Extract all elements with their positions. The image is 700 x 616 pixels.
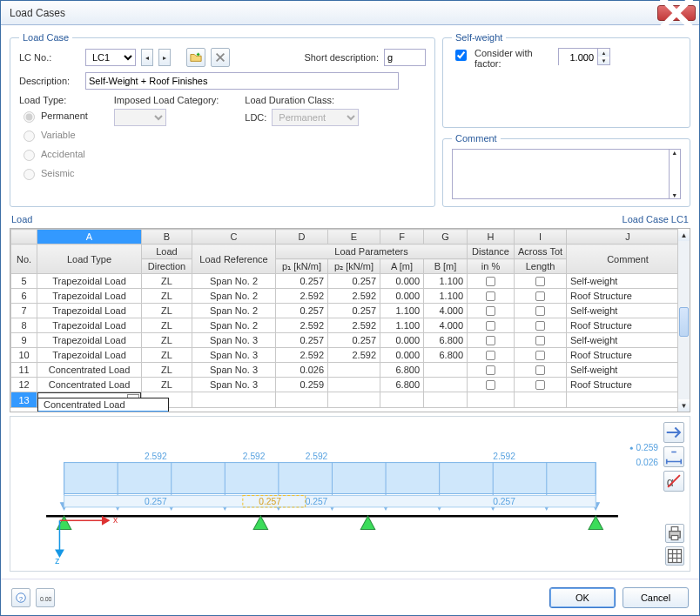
corner-cell[interactable]: [11, 230, 37, 244]
cell-load-type[interactable]: Trapezoidal Load: [37, 304, 142, 318]
cell-p2[interactable]: 0.257: [328, 274, 380, 289]
cell-a[interactable]: 0.000: [380, 289, 424, 304]
imposed-select[interactable]: [114, 109, 166, 126]
comment-scroll-up[interactable]: ▲: [670, 150, 680, 156]
cell-load-type[interactable]: Trapezoidal Load: [37, 318, 142, 333]
comment-scroll-down[interactable]: ▼: [670, 192, 680, 198]
radio-accidental[interactable]: Accidental: [19, 147, 88, 161]
table-row[interactable]: 11Concentrated LoadZLSpan No. 30.0266.80…: [11, 363, 690, 378]
cell-ref[interactable]: Span No. 2: [192, 304, 276, 318]
cell-load-type[interactable]: Concentrated Load: [37, 363, 142, 378]
cell-b[interactable]: 4.000: [424, 304, 468, 318]
cell-dir[interactable]: ZL: [142, 333, 192, 348]
comment-textarea[interactable]: [452, 149, 670, 199]
cell-a[interactable]: 0.000: [380, 274, 424, 289]
cell-dist[interactable]: [468, 348, 515, 363]
cell-a[interactable]: 6.800: [380, 378, 424, 392]
scroll-down[interactable]: ▼: [678, 399, 690, 412]
cell-across[interactable]: [515, 363, 567, 378]
description-input[interactable]: [85, 72, 399, 90]
col-F[interactable]: F: [380, 230, 424, 244]
ok-button[interactable]: OK: [549, 587, 616, 608]
cell-p2[interactable]: 0.257: [328, 304, 380, 318]
consider-checkbox[interactable]: [455, 50, 467, 61]
close-button[interactable]: [657, 5, 696, 21]
cell-p1[interactable]: 0.257: [276, 274, 328, 289]
cell-dist[interactable]: [468, 274, 515, 289]
cell-b[interactable]: 1.100: [424, 274, 468, 289]
cell-dir[interactable]: ZL: [142, 274, 192, 289]
cell-comment[interactable]: Self-weight: [567, 333, 690, 348]
cell-ref[interactable]: Span No. 2: [192, 274, 276, 289]
cell-comment[interactable]: Self-weight: [567, 363, 690, 378]
cell-p2[interactable]: 2.592: [328, 318, 380, 333]
cell-p2[interactable]: 2.592: [328, 348, 380, 363]
table-row[interactable]: 8Trapezoidal LoadZLSpan No. 22.5922.5921…: [11, 318, 690, 333]
dd-item[interactable]: Concentrated Load: [38, 398, 168, 411]
row-number[interactable]: 5: [11, 274, 37, 289]
col-D[interactable]: D: [276, 230, 328, 244]
print-button[interactable]: [665, 524, 684, 543]
cell-ref[interactable]: Span No. 3: [192, 348, 276, 363]
col-B[interactable]: B: [142, 230, 192, 244]
col-H[interactable]: H: [468, 230, 515, 244]
cell-across[interactable]: [515, 378, 567, 392]
cell-dir[interactable]: ZL: [142, 289, 192, 304]
preview-tool-1[interactable]: [663, 422, 684, 443]
cell-comment[interactable]: Roof Structure: [567, 289, 690, 304]
cell-across[interactable]: [515, 289, 567, 304]
col-A[interactable]: A: [37, 230, 142, 244]
cell-dist[interactable]: [468, 289, 515, 304]
col-G[interactable]: G: [424, 230, 468, 244]
row-number[interactable]: 9: [11, 333, 37, 348]
cell-p1[interactable]: 2.592: [276, 318, 328, 333]
cell-load-type[interactable]: Trapezoidal Load: [37, 289, 142, 304]
cell-p1[interactable]: 2.592: [276, 289, 328, 304]
cell-ref[interactable]: Span No. 3: [192, 378, 276, 392]
cell-dir[interactable]: ZL: [142, 304, 192, 318]
cell-p1[interactable]: 0.257: [276, 304, 328, 318]
cell-across[interactable]: [515, 348, 567, 363]
cell-p2[interactable]: [328, 378, 380, 392]
cell-comment[interactable]: Roof Structure: [567, 318, 690, 333]
cell-across[interactable]: [515, 333, 567, 348]
table-row[interactable]: 5Trapezoidal LoadZLSpan No. 20.2570.2570…: [11, 274, 690, 289]
ldc-select[interactable]: Permanent: [272, 109, 359, 126]
cell-b[interactable]: [424, 378, 468, 392]
export-button[interactable]: [665, 546, 684, 566]
col-C[interactable]: C: [192, 230, 276, 244]
load-type-dropdown[interactable]: Concentrated Load Line Load Trapezoidal …: [37, 398, 169, 412]
cell-p1[interactable]: 0.259: [276, 378, 328, 392]
cell-comment[interactable]: Roof Structure: [567, 378, 690, 392]
titlebar[interactable]: Load Cases: [1, 1, 699, 25]
cell-a[interactable]: 0.000: [380, 348, 424, 363]
dd-item[interactable]: Line Load: [38, 411, 168, 412]
cell-dist[interactable]: [468, 304, 515, 318]
cell-ref[interactable]: Span No. 2: [192, 289, 276, 304]
cell-dir[interactable]: ZL: [142, 363, 192, 378]
cell-dist[interactable]: [468, 318, 515, 333]
col-I[interactable]: I: [515, 230, 567, 244]
radio-seismic[interactable]: Seismic: [19, 166, 88, 180]
row-number[interactable]: 13: [11, 392, 37, 408]
table-row[interactable]: 9Trapezoidal LoadZLSpan No. 30.2570.2570…: [11, 333, 690, 348]
radio-permanent[interactable]: Permanent: [19, 109, 88, 123]
cell-load-type[interactable]: Concentrated Load: [37, 378, 142, 392]
cell-dist[interactable]: [468, 333, 515, 348]
cell-comment[interactable]: Self-weight: [567, 274, 690, 289]
cell-comment[interactable]: Self-weight: [567, 304, 690, 318]
row-number[interactable]: 7: [11, 304, 37, 318]
radio-variable[interactable]: Variable: [19, 128, 88, 142]
cell-dist[interactable]: [468, 378, 515, 392]
help-button[interactable]: ?: [11, 588, 30, 607]
cell-ref[interactable]: Span No. 3: [192, 333, 276, 348]
cell-p2[interactable]: 2.592: [328, 289, 380, 304]
preview-tool-2[interactable]: [663, 446, 684, 467]
factor-input[interactable]: ▲ ▼: [558, 48, 610, 65]
cell-p2[interactable]: 0.257: [328, 333, 380, 348]
cell-p2[interactable]: [328, 363, 380, 378]
cell-a[interactable]: 1.100: [380, 318, 424, 333]
cell-load-type[interactable]: Trapezoidal Load: [37, 274, 142, 289]
cell-b[interactable]: 6.800: [424, 333, 468, 348]
cell-load-type[interactable]: Trapezoidal Load: [37, 333, 142, 348]
